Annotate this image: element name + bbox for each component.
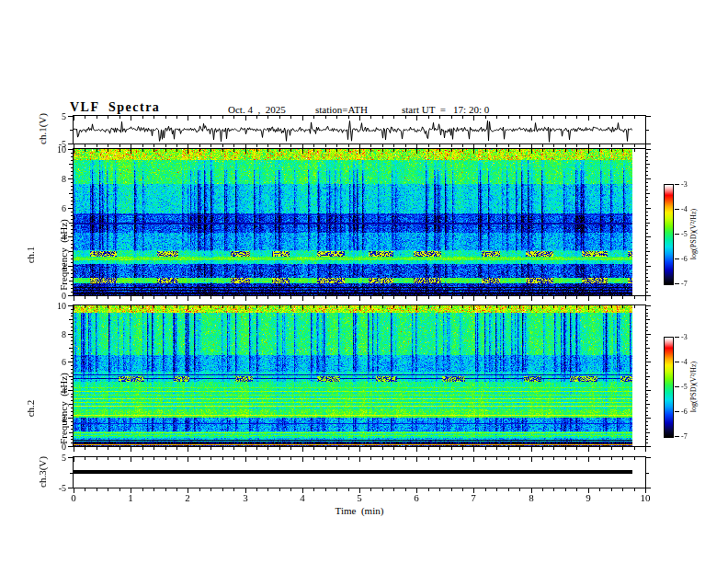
colorbar-tick-label: -3 bbox=[681, 333, 688, 341]
ch2-spectrogram-panel bbox=[73, 304, 646, 447]
y-tick-label: 5 bbox=[48, 111, 66, 121]
y-tick-label: 4 bbox=[48, 385, 66, 396]
colorbar-tick-label: -6 bbox=[681, 255, 688, 263]
x-tick-label: 9 bbox=[576, 492, 600, 503]
vlf-spectra-figure: VLF Spectra Oct. 4 , 2025 station=ATH st… bbox=[0, 0, 728, 563]
colorbar-tick bbox=[675, 411, 679, 412]
ch3-waveform-panel bbox=[73, 456, 646, 488]
ch1-spectrogram-panel bbox=[73, 148, 646, 296]
y-tick-label: 8 bbox=[48, 174, 66, 184]
colorbar-tick bbox=[675, 337, 679, 338]
colorbar-tick-label: -6 bbox=[681, 408, 688, 416]
y-tick-label: 4 bbox=[48, 232, 66, 242]
ch1-waveform-canvas bbox=[74, 116, 645, 144]
ch1-spectrogram-canvas bbox=[74, 149, 645, 295]
colorbar-tick bbox=[675, 386, 679, 387]
ch3-waveform-ylabel: ch.3(V) bbox=[37, 421, 48, 523]
colorbar-ch2-gradient bbox=[665, 338, 673, 437]
y-tick-label: 2 bbox=[48, 261, 66, 271]
x-tick-label: 3 bbox=[233, 492, 257, 503]
ch2-spectrogram-ylabel-channel: ch.2 bbox=[25, 358, 36, 459]
x-tick-label: 2 bbox=[176, 492, 199, 503]
colorbar-tick bbox=[675, 184, 679, 185]
y-tick-label: 0 bbox=[48, 291, 66, 301]
colorbar-tick-label: -4 bbox=[681, 358, 688, 366]
colorbar-tick-label: -7 bbox=[681, 280, 688, 288]
ch1-waveform-panel bbox=[73, 115, 646, 144]
colorbar-tick bbox=[675, 436, 679, 437]
colorbar-tick bbox=[675, 209, 679, 210]
colorbar-tick-label: -7 bbox=[681, 432, 688, 441]
y-tick-label: 10 bbox=[48, 144, 66, 155]
colorbar-ch2-label: log(PSD)(V²/Hz) bbox=[689, 350, 698, 424]
colorbar-tick-label: -5 bbox=[681, 383, 688, 391]
colorbar-tick bbox=[675, 362, 679, 362]
colorbar-ch1-gradient bbox=[665, 185, 673, 284]
colorbar-tick-label: -3 bbox=[681, 180, 688, 189]
x-tick-label: 0 bbox=[62, 492, 85, 503]
ch1-spectrogram-ylabel-channel: ch.1 bbox=[25, 204, 36, 305]
colorbar-tick bbox=[675, 259, 679, 259]
ch1-waveform-ylabel: ch.1(V) bbox=[37, 78, 48, 179]
y-tick-label: 10 bbox=[48, 301, 66, 311]
y-tick-label: 0 bbox=[48, 442, 66, 452]
plot-title: VLF Spectra bbox=[70, 100, 160, 115]
plot-start-ut: start UT = 17: 20: 0 bbox=[402, 104, 489, 115]
y-tick-label: 6 bbox=[48, 203, 66, 213]
colorbar-tick-label: -5 bbox=[681, 230, 688, 238]
colorbar-ch2 bbox=[664, 337, 674, 438]
x-tick-label: 7 bbox=[461, 492, 485, 503]
plot-station: station=ATH bbox=[315, 104, 368, 115]
colorbar-tick-label: -4 bbox=[681, 205, 688, 213]
y-tick-label: 6 bbox=[48, 357, 66, 367]
x-tick-label: 1 bbox=[119, 492, 142, 503]
x-axis-title: Time (min) bbox=[304, 505, 415, 516]
x-tick-label: 6 bbox=[404, 492, 428, 503]
y-tick-label: 2 bbox=[48, 413, 66, 423]
x-tick-label: 5 bbox=[347, 492, 371, 503]
ch3-waveform-canvas bbox=[74, 457, 645, 488]
colorbar-tick bbox=[675, 234, 679, 235]
ch1-spectrogram-ylabel: ch.1 Frequency (kHz) bbox=[3, 204, 91, 305]
colorbar-tick bbox=[675, 283, 679, 284]
y-tick-label: 5 bbox=[48, 453, 66, 463]
ch2-spectrogram-canvas bbox=[74, 305, 645, 446]
x-tick-label: 8 bbox=[519, 492, 543, 503]
x-tick-label: 10 bbox=[633, 492, 657, 503]
plot-date: Oct. 4 , 2025 bbox=[228, 104, 286, 115]
colorbar-ch1-label: log(PSD)(V²/Hz) bbox=[689, 198, 698, 271]
x-tick-label: 4 bbox=[290, 492, 314, 503]
y-tick-label: 8 bbox=[48, 329, 66, 339]
colorbar-ch1 bbox=[664, 184, 674, 285]
